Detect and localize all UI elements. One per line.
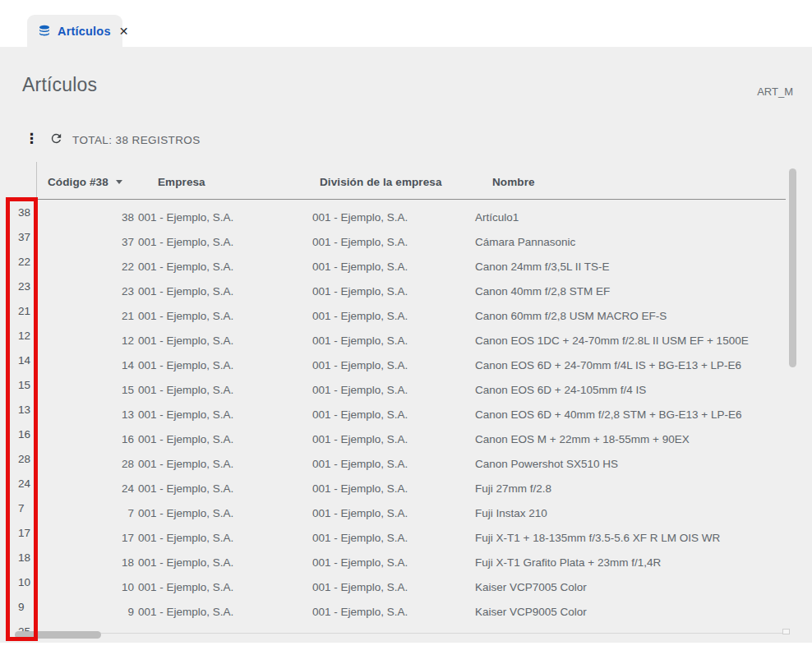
cell-empresa: 001 - Ejemplo, S.A. xyxy=(134,452,308,477)
table-row[interactable]: 10001 - Ejemplo, S.A.001 - Ejemplo, S.A.… xyxy=(36,575,786,600)
table-bottom-border xyxy=(36,633,786,634)
cell-empresa: 001 - Ejemplo, S.A. xyxy=(134,378,308,403)
cell-codigo: 10 xyxy=(36,575,134,600)
table-body: 38001 - Ejemplo, S.A.001 - Ejemplo, S.A.… xyxy=(36,205,786,630)
table-row[interactable]: 14001 - Ejemplo, S.A.001 - Ejemplo, S.A.… xyxy=(36,353,786,378)
table-row[interactable]: 16001 - Ejemplo, S.A.001 - Ejemplo, S.A.… xyxy=(36,427,786,452)
cell-empresa: 001 - Ejemplo, S.A. xyxy=(134,329,308,353)
column-header-empresa[interactable]: Empresa xyxy=(158,176,205,188)
row-number[interactable]: 14 xyxy=(18,348,35,373)
cell-codigo: 38 xyxy=(36,205,134,230)
row-number[interactable]: 28 xyxy=(18,447,35,472)
cell-nombre: Canon 60mm f/2,8 USM MACRO EF-S xyxy=(471,304,786,329)
cell-division: 001 - Ejemplo, S.A. xyxy=(308,403,471,427)
row-number[interactable]: 10 xyxy=(18,570,35,595)
tab-bar: Artículos ✕ xyxy=(0,0,812,47)
table-row[interactable]: 28001 - Ejemplo, S.A.001 - Ejemplo, S.A.… xyxy=(36,452,786,477)
table-row[interactable]: 25001 - Ejemplo, S.A.001 - Ejemplo, S.A. xyxy=(36,625,786,630)
table-row[interactable]: 21001 - Ejemplo, S.A.001 - Ejemplo, S.A.… xyxy=(36,304,786,329)
row-number[interactable]: 38 xyxy=(18,201,35,225)
table-row[interactable]: 24001 - Ejemplo, S.A.001 - Ejemplo, S.A.… xyxy=(36,477,786,501)
cell-nombre: Fuji X-T1 Grafito Plata + 23mm f/1,4R xyxy=(471,551,786,575)
cell-codigo: 12 xyxy=(36,329,134,353)
close-icon[interactable]: ✕ xyxy=(119,25,129,37)
refresh-icon[interactable] xyxy=(49,131,63,145)
cell-empresa: 001 - Ejemplo, S.A. xyxy=(134,205,308,230)
cell-nombre: Fuji 27mm f/2.8 xyxy=(471,477,786,501)
tab-label: Artículos xyxy=(58,25,111,38)
vertical-scrollbar[interactable] xyxy=(789,168,796,367)
cell-nombre: Cámara Pannasonic xyxy=(471,230,786,255)
cell-division: 001 - Ejemplo, S.A. xyxy=(308,477,471,501)
row-number[interactable]: 16 xyxy=(18,422,35,447)
tab-articulos[interactable]: Artículos ✕ xyxy=(27,15,122,47)
app-window: Artículos ✕ Artículos ART_M ⋮ TOTAL: 38 … xyxy=(0,0,812,655)
cell-empresa: 001 - Ejemplo, S.A. xyxy=(134,625,308,630)
row-number[interactable]: 18 xyxy=(18,546,35,570)
cell-codigo: 17 xyxy=(36,526,134,551)
cell-codigo: 21 xyxy=(36,304,134,329)
row-number[interactable]: 9 xyxy=(18,595,35,620)
total-records-label: TOTAL: 38 REGISTROS xyxy=(72,134,201,146)
row-number[interactable]: 15 xyxy=(18,373,35,398)
cell-codigo: 37 xyxy=(36,230,134,255)
page-content: Artículos ART_M ⋮ TOTAL: 38 REGISTROS Có… xyxy=(0,47,812,643)
cell-codigo: 9 xyxy=(36,600,134,625)
cell-nombre: Canon 24mm f/3,5L II TS-E xyxy=(471,255,786,279)
cell-nombre: Canon EOS 1DC + 24-70mm f/2.8L II USM EF… xyxy=(471,329,786,353)
cell-nombre: Fuji Instax 210 xyxy=(471,501,786,526)
row-number[interactable]: 23 xyxy=(18,274,35,299)
cell-division: 001 - Ejemplo, S.A. xyxy=(308,452,471,477)
cell-nombre: Canon 40mm f/2,8 STM EF xyxy=(471,279,786,304)
row-number[interactable]: 7 xyxy=(18,496,35,521)
column-header-division[interactable]: División de la empresa xyxy=(320,176,442,188)
cell-codigo: 22 xyxy=(36,255,134,279)
cell-nombre xyxy=(471,625,786,630)
cell-division: 001 - Ejemplo, S.A. xyxy=(308,255,471,279)
table-row[interactable]: 13001 - Ejemplo, S.A.001 - Ejemplo, S.A.… xyxy=(36,403,786,427)
row-number[interactable]: 22 xyxy=(18,250,35,274)
row-number[interactable]: 37 xyxy=(18,225,35,250)
row-number[interactable]: 12 xyxy=(18,324,35,348)
cell-empresa: 001 - Ejemplo, S.A. xyxy=(134,501,308,526)
cell-nombre: Kaiser VCP9005 Color xyxy=(471,600,786,625)
cell-empresa: 001 - Ejemplo, S.A. xyxy=(134,403,308,427)
page-title: Artículos xyxy=(22,74,97,96)
cell-empresa: 001 - Ejemplo, S.A. xyxy=(134,526,308,551)
table-row[interactable]: 37001 - Ejemplo, S.A.001 - Ejemplo, S.A.… xyxy=(36,230,786,255)
row-number[interactable]: 21 xyxy=(18,299,35,324)
row-number[interactable]: 13 xyxy=(18,398,35,422)
table-row[interactable]: 15001 - Ejemplo, S.A.001 - Ejemplo, S.A.… xyxy=(36,378,786,403)
cell-division: 001 - Ejemplo, S.A. xyxy=(308,501,471,526)
kebab-menu-icon[interactable]: ⋮ xyxy=(25,131,39,145)
table-row[interactable]: 18001 - Ejemplo, S.A.001 - Ejemplo, S.A.… xyxy=(36,551,786,575)
row-number[interactable]: 24 xyxy=(18,472,35,496)
cell-codigo: 24 xyxy=(36,477,134,501)
cell-nombre: Fuji X-T1 + 18-135mm f/3.5-5.6 XF R LM O… xyxy=(471,526,786,551)
cell-division: 001 - Ejemplo, S.A. xyxy=(308,279,471,304)
cell-empresa: 001 - Ejemplo, S.A. xyxy=(134,353,308,378)
cell-nombre: Kaiser VCP7005 Color xyxy=(471,575,786,600)
cell-division: 001 - Ejemplo, S.A. xyxy=(308,378,471,403)
cell-nombre: Canon EOS 6D + 24-105mm f/4 IS xyxy=(471,378,786,403)
table-row[interactable]: 38001 - Ejemplo, S.A.001 - Ejemplo, S.A.… xyxy=(36,205,786,230)
column-header-nombre[interactable]: Nombre xyxy=(492,176,535,188)
column-header-codigo[interactable]: Código #38 xyxy=(48,176,122,188)
cell-division: 001 - Ejemplo, S.A. xyxy=(308,353,471,378)
table-row[interactable]: 12001 - Ejemplo, S.A.001 - Ejemplo, S.A.… xyxy=(36,329,786,353)
scrollbar-corner xyxy=(782,629,790,634)
table-row[interactable]: 17001 - Ejemplo, S.A.001 - Ejemplo, S.A.… xyxy=(36,526,786,551)
cell-division: 001 - Ejemplo, S.A. xyxy=(308,230,471,255)
table-row[interactable]: 23001 - Ejemplo, S.A.001 - Ejemplo, S.A.… xyxy=(36,279,786,304)
cell-empresa: 001 - Ejemplo, S.A. xyxy=(134,427,308,452)
cell-empresa: 001 - Ejemplo, S.A. xyxy=(134,304,308,329)
table-row[interactable]: 7001 - Ejemplo, S.A.001 - Ejemplo, S.A.F… xyxy=(36,501,786,526)
row-number[interactable]: 17 xyxy=(18,521,35,546)
table-row[interactable]: 9001 - Ejemplo, S.A.001 - Ejemplo, S.A.K… xyxy=(36,600,786,625)
cell-empresa: 001 - Ejemplo, S.A. xyxy=(134,551,308,575)
horizontal-scrollbar[interactable] xyxy=(15,631,101,639)
cell-division: 001 - Ejemplo, S.A. xyxy=(308,427,471,452)
table-row[interactable]: 22001 - Ejemplo, S.A.001 - Ejemplo, S.A.… xyxy=(36,255,786,279)
cell-nombre: Canon Powershot SX510 HS xyxy=(471,452,786,477)
cell-nombre: Artículo1 xyxy=(471,205,786,230)
